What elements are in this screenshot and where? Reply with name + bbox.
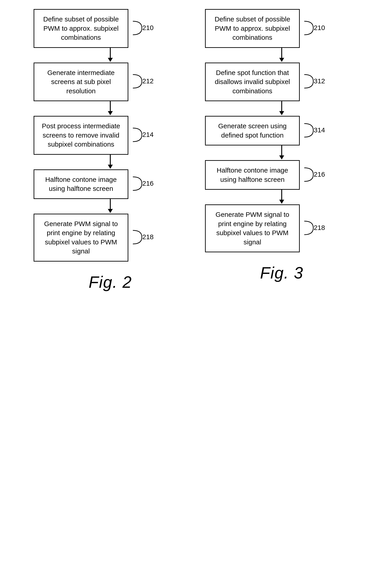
arrow-4a (63, 199, 158, 214)
arrow-shaft-4a (110, 199, 111, 209)
box-216a: Halftone contone image using halftone sc… (34, 169, 128, 199)
label-curl-210b: 210 (302, 19, 320, 38)
arrow-shaft-1b (281, 48, 282, 58)
label-218b: 218 (314, 224, 325, 231)
label-216a: 216 (142, 180, 154, 187)
arrow-2a (63, 101, 158, 116)
label-210b: 210 (314, 24, 325, 32)
box-218b: Generate PWM signal to print engine by r… (205, 204, 300, 252)
label-curl-216a: 216 (131, 175, 149, 194)
arrow-tip-3a (108, 165, 113, 169)
arrow-1a (63, 48, 158, 62)
box-216a-text: Halftone contone image using halftone sc… (41, 175, 121, 193)
box-212: Generate intermediate screens at sub pix… (34, 62, 128, 101)
step-row-210b: Define subset of possible PWM to approx.… (205, 9, 358, 48)
arrow-tip-2b (279, 111, 284, 115)
label-curl-218a: 218 (131, 228, 149, 247)
arrow-2b (234, 101, 329, 116)
box-218b-text: Generate PWM signal to print engine by r… (212, 210, 293, 247)
step-row-212: Generate intermediate screens at sub pix… (34, 62, 187, 101)
arrow-tip-3b (279, 155, 284, 159)
box-210b: Define subset of possible PWM to approx.… (205, 9, 300, 48)
arrow-tip-1b (279, 58, 284, 62)
step-row-214: Post process intermediate screens to rem… (34, 116, 187, 155)
arrow-shaft-1a (110, 48, 111, 58)
step-row-216a: Halftone contone image using halftone sc… (34, 169, 187, 199)
arrow-tip-2a (108, 111, 113, 115)
box-216b: Halftone contone image using halftone sc… (205, 160, 300, 190)
box-312-text: Define spot function that disallows inva… (212, 68, 293, 96)
box-214-text: Post process intermediate screens to rem… (41, 121, 121, 149)
box-214: Post process intermediate screens to rem… (34, 116, 128, 155)
arrow-3a (63, 155, 158, 169)
arrow-1b (234, 48, 329, 62)
label-curl-212: 212 (131, 72, 149, 91)
label-216b: 216 (314, 170, 325, 178)
step-row-216b: Halftone contone image using halftone sc… (205, 160, 358, 190)
arrow-shaft-2a (110, 101, 111, 111)
box-210a-text: Define subset of possible PWM to approx.… (41, 15, 121, 42)
figure-2: Define subset of possible PWM to approx.… (34, 9, 187, 557)
box-314-text: Generate screen using defined spot funct… (212, 121, 293, 140)
box-212-text: Generate intermediate screens at sub pix… (41, 68, 121, 96)
label-curl-312: 312 (302, 72, 320, 91)
label-curl-314: 314 (302, 121, 320, 140)
step-row-210a: Define subset of possible PWM to approx.… (34, 9, 187, 48)
arrow-3b (234, 146, 329, 160)
step-row-312: Define spot function that disallows inva… (205, 62, 358, 101)
label-210a: 210 (142, 24, 154, 32)
label-214: 214 (142, 131, 154, 138)
box-312: Define spot function that disallows inva… (205, 62, 300, 101)
step-row-314: Generate screen using defined spot funct… (205, 116, 358, 146)
arrow-tip-4a (108, 209, 113, 213)
figure-3: Define subset of possible PWM to approx.… (205, 9, 358, 557)
box-210a: Define subset of possible PWM to approx.… (34, 9, 128, 48)
box-314: Generate screen using defined spot funct… (205, 116, 300, 146)
label-curl-210a: 210 (131, 19, 149, 38)
arrow-4b (234, 190, 329, 204)
label-curl-214: 214 (131, 126, 149, 145)
flow-3: Define subset of possible PWM to approx.… (205, 9, 358, 252)
fig2-caption: Fig. 2 (89, 273, 132, 291)
label-curl-218b: 218 (302, 219, 320, 238)
arrow-tip-4b (279, 200, 284, 204)
label-312: 312 (314, 77, 325, 85)
box-218a: Generate PWM signal to print engine by r… (34, 214, 128, 262)
step-row-218a: Generate PWM signal to print engine by r… (34, 214, 187, 262)
flow-2: Define subset of possible PWM to approx.… (34, 9, 187, 262)
figures-row: Define subset of possible PWM to approx.… (4, 9, 388, 557)
box-210b-text: Define subset of possible PWM to approx.… (212, 15, 293, 42)
box-216b-text: Halftone contone image using halftone sc… (212, 166, 293, 184)
fig3-caption: Fig. 3 (260, 264, 303, 282)
arrow-tip-1a (108, 58, 113, 62)
label-314: 314 (314, 126, 325, 134)
arrow-shaft-4b (281, 190, 282, 200)
label-218a: 218 (142, 233, 154, 241)
arrow-shaft-2b (281, 101, 282, 111)
label-212: 212 (142, 77, 154, 85)
label-curl-216b: 216 (302, 165, 320, 184)
arrow-shaft-3b (281, 146, 282, 155)
page-container: Define subset of possible PWM to approx.… (0, 0, 392, 571)
box-218a-text: Generate PWM signal to print engine by r… (41, 219, 121, 256)
step-row-218b: Generate PWM signal to print engine by r… (205, 204, 358, 252)
arrow-shaft-3a (110, 155, 111, 165)
